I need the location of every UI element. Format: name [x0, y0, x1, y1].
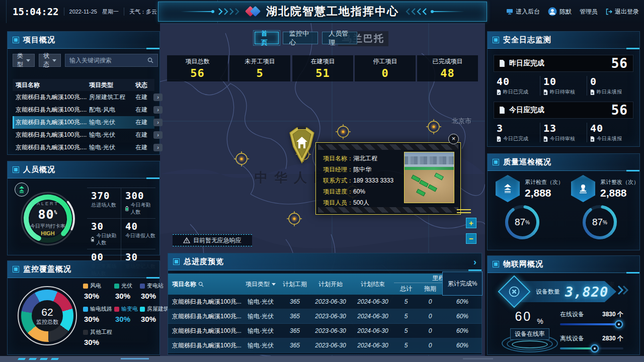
slider-track: [560, 323, 623, 325]
row-detail-button[interactable]: ›: [153, 131, 163, 139]
page-title: 湖北院智慧工地指挥中心: [266, 4, 399, 19]
milestone-group-header: 里程碑 总计拖期: [394, 274, 442, 295]
date: 2022-11-25: [69, 9, 97, 15]
stat-item: 300今日考勤人数: [121, 188, 155, 218]
map-marker[interactable]: [336, 124, 351, 139]
filter-status-dropdown[interactable]: 状态: [39, 54, 61, 67]
tab-monitor-center[interactable]: 监控中心: [283, 32, 318, 44]
iot-slider: 离线设备2830 个: [560, 334, 623, 349]
table-row: 京能秭归县九畹溪100兆....输电·光伏3652023-06-302024-0…: [168, 338, 481, 353]
personnel-overview-panel: 人员概况 ALERT 80% 今日平均打卡率 HIGH 370总进场人数 300…: [7, 161, 160, 255]
project-overview-panel: 项目概况 类型 状态 项目名称 项目类型 状态 京能秭归县九畹溪100兆....…: [7, 31, 160, 155]
map-marker[interactable]: [287, 211, 302, 226]
popup-field: 项目经理：陈中华: [323, 164, 393, 175]
legend-item: 输电线路30%: [83, 305, 112, 323]
search-input[interactable]: [69, 57, 147, 64]
clock: 15:04:22: [13, 6, 59, 17]
warning-icon: [183, 237, 190, 243]
iot-slider: 在线设备3830 个: [560, 310, 623, 325]
popup-field: 项目进度：60%: [323, 186, 393, 197]
bottom-strip: [0, 356, 644, 362]
search-icon: [147, 57, 153, 63]
project-popup: 项目名称：湖北工程 项目经理：陈中华 联系方式：189 3333 3333 项目…: [315, 142, 461, 215]
row-detail-button[interactable]: ›: [153, 94, 163, 101]
progress-preview-panel: 总进度预览 › 项目名称 项目类型 计划工期 计划开始 计划结束 里程碑 总计拖…: [168, 253, 482, 355]
stat-item: 30今日缺勤人数: [87, 218, 121, 249]
slider-track: [560, 347, 623, 349]
table-row-selected[interactable]: 京能秭归县九畹溪100兆....输电·光伏在建›: [13, 116, 154, 129]
panel-bullet-icon: [13, 37, 19, 43]
device-fan-icon: [509, 286, 520, 297]
avatar: [548, 7, 557, 16]
tab-personnel[interactable]: 人员管理: [322, 32, 357, 44]
slider-fill: [560, 323, 619, 325]
map-zoom-out-button[interactable]: −: [466, 233, 476, 244]
legend-item-highlighted[interactable]: 输变电30%: [114, 305, 138, 323]
table-row: 京能秭归县九畹溪100兆....输电·光伏3652023-06-302024-0…: [168, 324, 481, 338]
user-role: 管理员: [580, 8, 598, 16]
popup-fields: 项目名称：湖北工程 项目经理：陈中华 联系方式：189 3333 3333 项目…: [323, 153, 393, 208]
stat-total-projects: 项目总数56: [167, 55, 228, 81]
panel-header: 项目概况: [8, 32, 159, 49]
logout-button[interactable]: 退出登录: [606, 8, 639, 16]
row-detail-button[interactable]: ›: [153, 119, 163, 126]
document-icon: [499, 107, 505, 114]
safety-section-header: 今日应完成 56: [494, 102, 633, 119]
row-detail-button[interactable]: ›: [153, 144, 163, 151]
panel-header: 质量巡检概况: [488, 154, 639, 171]
map-marker[interactable]: [234, 151, 249, 166]
row-detail-button[interactable]: ›: [153, 106, 163, 114]
enter-backend-button[interactable]: 进入后台: [506, 8, 540, 16]
slider-knob[interactable]: [615, 320, 623, 328]
progress-table-header: 项目名称 项目类型 计划工期 计划开始 计划结束 里程碑 总计拖期 累计完成%: [168, 274, 481, 295]
expand-arrow-button[interactable]: ›: [473, 258, 476, 266]
chevron-down-icon[interactable]: [272, 283, 276, 286]
popup-deco-lines: [457, 209, 471, 213]
stat-item: 40今日请假人数: [121, 218, 155, 249]
top-bar: 15:04:22 2022-11-25 星期一 天气：多云 智建通下载 湖北院智…: [0, 0, 644, 23]
weather-label: 天气：多云: [129, 8, 157, 16]
map-city-label-right: 北京市: [452, 117, 471, 126]
online-rate: 60 % 设备在线率: [501, 309, 559, 352]
battery-icon: [91, 236, 94, 242]
chevron-down-icon: [26, 59, 30, 62]
popup-field: 项目人员：500人: [323, 197, 393, 208]
map-pin-home[interactable]: [288, 126, 316, 165]
table-row[interactable]: 京能秭归县九畹溪100兆....房屋建筑工程在建›: [13, 91, 154, 104]
legend-item: 光伏30%: [114, 282, 138, 300]
popup-close-button[interactable]: ×: [448, 134, 459, 144]
progress-table-body: 京能秭归县九畹溪100兆....输电·光伏3652023-06-302024-0…: [168, 295, 481, 353]
stat-not-started: 未开工项目5: [229, 55, 290, 81]
attendance-gauge: ALERT 80% 今日平均打卡率 HIGH: [19, 190, 77, 248]
device-count-banner: 设备数量 3,820: [519, 281, 616, 302]
radar-dish-graphic: 设备在线率: [501, 327, 559, 352]
project-photo: [404, 152, 454, 203]
legend-item: 变电站30%: [140, 282, 169, 300]
table-row[interactable]: 京能秭归县九畹溪100兆....输电·光伏在建›: [13, 141, 154, 154]
weekday: 星期一: [102, 8, 119, 16]
slider-knob[interactable]: [591, 344, 599, 352]
map-marker[interactable]: [426, 119, 441, 134]
safety-log-panel: 安全日志监测 昨日应完成 56 40昨日已完成 10昨日待审核 0昨日未填报 今…: [487, 31, 640, 147]
banner-line-left: [181, 11, 213, 12]
map-zoom-in-button[interactable]: +: [466, 218, 476, 228]
layers-up-icon: [503, 184, 513, 193]
table-row[interactable]: 京能秭归县九畹溪100兆....输电·光伏在建›: [13, 129, 154, 141]
coverage-legend: 风电30% 光伏30% 变电站30% 输电线路30% 输变电30% 房屋建筑30…: [83, 282, 156, 346]
search-icon[interactable]: [198, 282, 204, 287]
document-blank-icon: [590, 89, 595, 95]
topbar-right: 进入后台 陈默 管理员 退出登录: [506, 0, 639, 23]
logout-icon: [606, 9, 612, 15]
project-table-header: 项目名称 项目类型 状态: [13, 79, 154, 91]
chevron-down-icon: [52, 59, 56, 62]
panel-bullet-icon: [13, 266, 19, 273]
document-clock-icon: [543, 89, 548, 95]
coverage-donut: 62 监控总数: [21, 290, 73, 342]
user-menu[interactable]: 陈默: [548, 7, 572, 16]
table-row[interactable]: 京能秭归县九畹溪100兆....配电·风电在建›: [13, 104, 154, 116]
stat-item: 370总进场人数: [87, 188, 121, 218]
filter-type-dropdown[interactable]: 类型: [13, 54, 35, 67]
tab-home[interactable]: 首页: [255, 32, 279, 44]
project-table: 项目名称 项目类型 状态 京能秭归县九畹溪100兆....房屋建筑工程在建› 京…: [13, 79, 154, 154]
document-clock-icon: [543, 136, 548, 142]
